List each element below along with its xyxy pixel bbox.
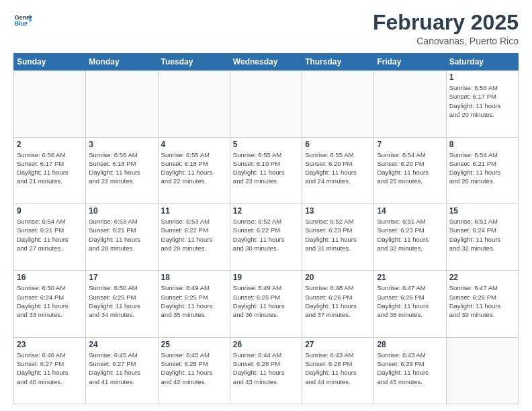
calendar-cell: 10Sunrise: 6:53 AMSunset: 6:21 PMDayligh… xyxy=(86,203,158,270)
day-info: Sunrise: 6:45 AMSunset: 6:28 PMDaylight:… xyxy=(161,351,227,386)
location-subtitle: Canovanas, Puerto Rico xyxy=(373,36,519,46)
day-info: Sunrise: 6:54 AMSunset: 6:20 PMDaylight:… xyxy=(377,150,443,186)
calendar-cell: 13Sunrise: 6:52 AMSunset: 6:23 PMDayligh… xyxy=(302,203,374,270)
day-number: 28 xyxy=(377,340,443,349)
day-number: 27 xyxy=(305,340,371,349)
day-number: 20 xyxy=(305,273,371,282)
day-info: Sunrise: 6:53 AMSunset: 6:21 PMDaylight:… xyxy=(89,217,154,253)
day-number: 19 xyxy=(233,273,299,282)
day-info: Sunrise: 6:47 AMSunset: 6:26 PMDaylight:… xyxy=(377,283,443,319)
day-info: Sunrise: 6:55 AMSunset: 6:19 PMDaylight:… xyxy=(233,150,299,186)
calendar-cell: 25Sunrise: 6:45 AMSunset: 6:28 PMDayligh… xyxy=(158,337,230,404)
day-number: 22 xyxy=(449,273,515,282)
page: General Blue February 2025 Canovanas, Pu… xyxy=(0,0,532,411)
calendar-cell: 1Sunrise: 6:56 AMSunset: 6:17 PMDaylight… xyxy=(446,71,518,137)
calendar-cell xyxy=(158,71,230,137)
day-number: 14 xyxy=(377,206,443,216)
header: General Blue February 2025 Canovanas, Pu… xyxy=(13,11,519,46)
col-header-tuesday: Tuesday xyxy=(158,54,230,71)
calendar-cell: 4Sunrise: 6:55 AMSunset: 6:18 PMDaylight… xyxy=(158,137,230,203)
col-header-sunday: Sunday xyxy=(14,54,86,71)
col-header-saturday: Saturday xyxy=(446,54,518,71)
day-number: 23 xyxy=(17,340,83,349)
day-info: Sunrise: 6:56 AMSunset: 6:17 PMDaylight:… xyxy=(17,150,83,186)
day-number: 2 xyxy=(17,140,83,149)
calendar-cell: 8Sunrise: 6:54 AMSunset: 6:21 PMDaylight… xyxy=(446,137,518,203)
day-number: 17 xyxy=(89,273,154,282)
calendar-cell xyxy=(374,71,446,137)
day-info: Sunrise: 6:52 AMSunset: 6:22 PMDaylight:… xyxy=(233,217,299,253)
calendar-cell: 21Sunrise: 6:47 AMSunset: 6:26 PMDayligh… xyxy=(374,271,446,337)
day-info: Sunrise: 6:54 AMSunset: 6:21 PMDaylight:… xyxy=(449,150,515,186)
calendar-cell: 23Sunrise: 6:46 AMSunset: 6:27 PMDayligh… xyxy=(14,337,86,404)
col-header-monday: Monday xyxy=(86,54,158,71)
calendar-header-row: SundayMondayTuesdayWednesdayThursdayFrid… xyxy=(14,54,519,71)
month-title: February 2025 xyxy=(373,11,519,34)
day-number: 18 xyxy=(161,273,227,282)
calendar-cell: 11Sunrise: 6:53 AMSunset: 6:22 PMDayligh… xyxy=(158,203,230,270)
col-header-thursday: Thursday xyxy=(302,54,374,71)
week-row-0: 1Sunrise: 6:56 AMSunset: 6:17 PMDaylight… xyxy=(14,71,519,137)
day-info: Sunrise: 6:44 AMSunset: 6:28 PMDaylight:… xyxy=(233,351,299,386)
calendar-cell: 26Sunrise: 6:44 AMSunset: 6:28 PMDayligh… xyxy=(230,337,302,404)
day-number: 9 xyxy=(17,206,83,216)
logo: General Blue xyxy=(13,11,32,30)
day-number: 26 xyxy=(233,340,299,349)
day-info: Sunrise: 6:54 AMSunset: 6:21 PMDaylight:… xyxy=(17,217,83,253)
day-number: 15 xyxy=(449,206,515,216)
calendar-cell: 12Sunrise: 6:52 AMSunset: 6:22 PMDayligh… xyxy=(230,203,302,270)
calendar-cell: 16Sunrise: 6:50 AMSunset: 6:24 PMDayligh… xyxy=(14,271,86,337)
day-number: 16 xyxy=(17,273,83,282)
week-row-3: 16Sunrise: 6:50 AMSunset: 6:24 PMDayligh… xyxy=(14,271,519,337)
day-number: 8 xyxy=(449,140,515,149)
day-number: 10 xyxy=(89,206,154,216)
day-info: Sunrise: 6:56 AMSunset: 6:17 PMDaylight:… xyxy=(449,83,515,119)
day-number: 11 xyxy=(161,206,227,216)
day-number: 4 xyxy=(161,140,227,149)
day-info: Sunrise: 6:49 AMSunset: 6:25 PMDaylight:… xyxy=(233,283,299,319)
week-row-2: 9Sunrise: 6:54 AMSunset: 6:21 PMDaylight… xyxy=(14,203,519,270)
calendar-cell: 7Sunrise: 6:54 AMSunset: 6:20 PMDaylight… xyxy=(374,137,446,203)
day-info: Sunrise: 6:43 AMSunset: 6:28 PMDaylight:… xyxy=(305,351,371,386)
svg-text:Blue: Blue xyxy=(14,20,28,27)
day-info: Sunrise: 6:47 AMSunset: 6:26 PMDaylight:… xyxy=(449,283,515,319)
calendar-cell: 24Sunrise: 6:45 AMSunset: 6:27 PMDayligh… xyxy=(86,337,158,404)
calendar-cell: 19Sunrise: 6:49 AMSunset: 6:25 PMDayligh… xyxy=(230,271,302,337)
day-number: 24 xyxy=(89,340,154,349)
day-info: Sunrise: 6:55 AMSunset: 6:18 PMDaylight:… xyxy=(161,150,227,186)
col-header-wednesday: Wednesday xyxy=(230,54,302,71)
day-number: 25 xyxy=(161,340,227,349)
day-info: Sunrise: 6:50 AMSunset: 6:25 PMDaylight:… xyxy=(89,283,154,319)
day-info: Sunrise: 6:51 AMSunset: 6:23 PMDaylight:… xyxy=(377,217,443,253)
day-info: Sunrise: 6:45 AMSunset: 6:27 PMDaylight:… xyxy=(89,351,154,386)
calendar-cell: 5Sunrise: 6:55 AMSunset: 6:19 PMDaylight… xyxy=(230,137,302,203)
calendar-cell: 2Sunrise: 6:56 AMSunset: 6:17 PMDaylight… xyxy=(14,137,86,203)
day-info: Sunrise: 6:52 AMSunset: 6:23 PMDaylight:… xyxy=(305,217,371,253)
day-info: Sunrise: 6:55 AMSunset: 6:20 PMDaylight:… xyxy=(305,150,371,186)
day-info: Sunrise: 6:51 AMSunset: 6:24 PMDaylight:… xyxy=(449,217,515,253)
day-info: Sunrise: 6:43 AMSunset: 6:29 PMDaylight:… xyxy=(377,351,443,386)
day-info: Sunrise: 6:48 AMSunset: 6:26 PMDaylight:… xyxy=(305,283,371,319)
day-info: Sunrise: 6:53 AMSunset: 6:22 PMDaylight:… xyxy=(161,217,227,253)
calendar-table: SundayMondayTuesdayWednesdayThursdayFrid… xyxy=(13,53,519,404)
calendar-cell: 22Sunrise: 6:47 AMSunset: 6:26 PMDayligh… xyxy=(446,271,518,337)
calendar-cell: 17Sunrise: 6:50 AMSunset: 6:25 PMDayligh… xyxy=(86,271,158,337)
day-number: 3 xyxy=(89,140,154,149)
calendar-cell: 6Sunrise: 6:55 AMSunset: 6:20 PMDaylight… xyxy=(302,137,374,203)
calendar-cell: 14Sunrise: 6:51 AMSunset: 6:23 PMDayligh… xyxy=(374,203,446,270)
calendar-cell: 15Sunrise: 6:51 AMSunset: 6:24 PMDayligh… xyxy=(446,203,518,270)
calendar-cell: 18Sunrise: 6:49 AMSunset: 6:25 PMDayligh… xyxy=(158,271,230,337)
day-number: 7 xyxy=(377,140,443,149)
day-info: Sunrise: 6:56 AMSunset: 6:18 PMDaylight:… xyxy=(89,150,154,186)
day-info: Sunrise: 6:46 AMSunset: 6:27 PMDaylight:… xyxy=(17,351,83,386)
calendar-cell: 3Sunrise: 6:56 AMSunset: 6:18 PMDaylight… xyxy=(86,137,158,203)
calendar-cell xyxy=(446,337,518,404)
calendar-cell xyxy=(230,71,302,137)
day-number: 12 xyxy=(233,206,299,216)
col-header-friday: Friday xyxy=(374,54,446,71)
logo-icon: General Blue xyxy=(13,11,32,30)
day-number: 21 xyxy=(377,273,443,282)
calendar-cell: 20Sunrise: 6:48 AMSunset: 6:26 PMDayligh… xyxy=(302,271,374,337)
day-number: 6 xyxy=(305,140,371,149)
calendar-cell xyxy=(302,71,374,137)
